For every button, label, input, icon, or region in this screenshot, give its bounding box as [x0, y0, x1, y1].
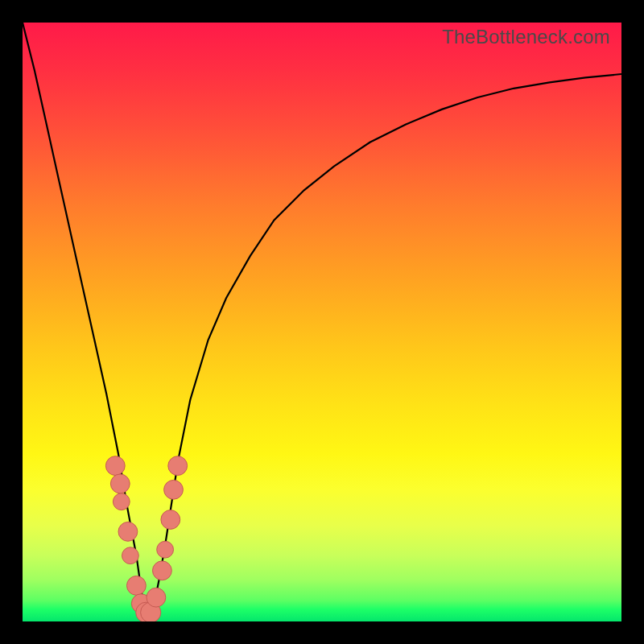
data-marker: [153, 561, 172, 580]
data-marker: [164, 480, 184, 499]
data-marker: [110, 474, 130, 493]
data-marker: [157, 541, 174, 558]
data-marker: [122, 547, 139, 564]
data-marker: [118, 522, 138, 542]
data-markers-group: [105, 456, 187, 621]
chart-frame: TheBottleneck.com: [0, 0, 644, 644]
data-marker: [161, 510, 180, 530]
data-marker: [127, 576, 147, 596]
data-marker: [168, 456, 188, 476]
chart-plot-area: TheBottleneck.com: [23, 23, 621, 621]
bottleneck-curve-line: [23, 23, 621, 618]
data-marker: [105, 456, 125, 476]
data-marker: [147, 588, 166, 607]
chart-svg-overlay: [23, 23, 621, 621]
data-marker: [113, 493, 130, 510]
